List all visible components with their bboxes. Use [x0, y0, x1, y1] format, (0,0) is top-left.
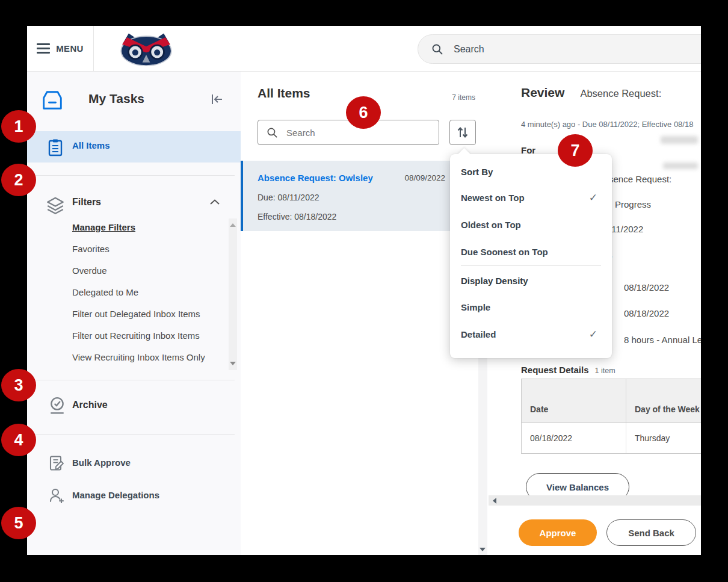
- filter-link-filter-out-recruiting[interactable]: Filter out Recruiting Inbox Items: [72, 330, 200, 341]
- menu-button[interactable]: MENU: [27, 26, 94, 71]
- callout-3: 3: [1, 369, 36, 401]
- list-panel-title: All Items: [258, 86, 310, 101]
- document-edit-icon: [48, 455, 65, 472]
- callout-2: 2: [1, 164, 36, 196]
- approve-button[interactable]: Approve: [519, 519, 597, 546]
- menu-item-oldest-on-top[interactable]: Oldest on Top: [461, 220, 521, 230]
- filters-scrollbar[interactable]: [229, 218, 237, 370]
- request-details-header: Request Details1 item: [521, 365, 615, 376]
- check-icon: ✓: [589, 328, 597, 341]
- sidebar-item-all-items[interactable]: All Items: [27, 131, 241, 163]
- callout-1: 1: [1, 110, 36, 143]
- bulk-approve-label: Bulk Approve: [72, 457, 131, 468]
- scroll-left-arrow-icon[interactable]: [493, 498, 496, 504]
- sidebar-item-label: All Items: [72, 140, 110, 150]
- manage-delegations-label: Manage Delegations: [72, 490, 159, 500]
- clipboard-list-icon: [47, 138, 64, 156]
- detail-subtitle: Absence Request:: [580, 88, 661, 99]
- column-header-date: Date: [522, 379, 626, 423]
- sidebar-item-bulk-approve[interactable]: Bulk Approve: [27, 450, 241, 477]
- detail-title: Review: [521, 85, 564, 99]
- table-header-row: Date Day of the Week: [522, 379, 701, 423]
- menu-divider: [461, 265, 601, 266]
- scroll-down-arrow-icon[interactable]: [480, 548, 486, 551]
- global-search-bar[interactable]: [418, 34, 701, 64]
- sidebar: My Tasks: [27, 72, 241, 555]
- inbox-tray-icon: [39, 89, 66, 112]
- request-details-label: Request Details: [521, 365, 589, 375]
- table-row: 08/18/2022 Thursday: [522, 423, 701, 453]
- column-header-day-of-week: Day of the Week: [626, 379, 701, 423]
- scroll-down-arrow-icon[interactable]: [230, 362, 236, 365]
- hamburger-icon: [37, 43, 50, 54]
- cell-day-of-week: Thursday: [626, 423, 701, 453]
- redacted-text: [661, 136, 698, 144]
- menu-item-newest-on-top[interactable]: Newest on Top: [461, 193, 525, 203]
- item-count: 7 items: [452, 93, 475, 102]
- sidebar-item-archive[interactable]: Archive: [27, 388, 241, 424]
- callout-4: 4: [1, 424, 36, 456]
- sidebar-item-manage-delegations[interactable]: Manage Delegations: [27, 482, 241, 510]
- sidebar-section-filters[interactable]: Filters: [27, 190, 241, 218]
- archive-label: Archive: [72, 400, 108, 410]
- inbox-item-absence-request[interactable]: Absence Request: Owlsley 08/09/2022 Due:…: [241, 161, 480, 231]
- inbox-item-due: Due: 08/11/2022: [258, 193, 319, 202]
- inbox-item-effective: Effective: 08/18/2022: [258, 212, 336, 221]
- sort-settings-dropdown: Sort By Newest on Top ✓ Oldest on Top Du…: [450, 154, 612, 358]
- filter-link-manage-filters[interactable]: Manage Filters: [72, 222, 135, 232]
- redacted-text: [663, 163, 698, 169]
- list-search-input[interactable]: [285, 127, 408, 138]
- inbox-item-title: Absence Request: Owlsley: [258, 173, 373, 183]
- global-search-input[interactable]: [452, 43, 635, 55]
- menu-item-due-soonest[interactable]: Due Soonest on Top: [461, 247, 548, 257]
- horizontal-scrollbar[interactable]: [489, 495, 701, 506]
- detail-title-row: ReviewAbsence Request:: [521, 85, 661, 100]
- sort-arrows-icon: [456, 125, 469, 140]
- check-icon: ✓: [589, 191, 597, 204]
- due-date-fragment: /11/2022: [609, 224, 643, 234]
- fau-owl-logo[interactable]: [119, 31, 174, 67]
- archive-check-icon: [49, 397, 66, 415]
- sort-settings-button[interactable]: [449, 120, 476, 145]
- divider: [27, 380, 235, 380]
- request-details-table: Date Day of the Week 08/18/2022 Thursday: [521, 379, 701, 454]
- first-day-fragment: 08/18/2022: [624, 282, 669, 293]
- menu-item-simple[interactable]: Simple: [461, 302, 490, 312]
- top-bar: MENU: [27, 26, 701, 72]
- search-icon: [431, 43, 443, 55]
- filter-link-favorites[interactable]: Favorites: [72, 244, 110, 254]
- filters-label: Filters: [72, 197, 101, 208]
- divider: [27, 434, 235, 435]
- scroll-up-arrow-icon[interactable]: [230, 223, 236, 227]
- person-plus-icon: [48, 488, 65, 504]
- divider: [27, 175, 235, 176]
- list-search-box[interactable]: [258, 120, 439, 145]
- callout-7: 7: [558, 134, 593, 167]
- collapse-panel-icon[interactable]: [209, 92, 224, 107]
- overall-status-fragment: Progress: [615, 199, 651, 209]
- sidebar-title: My Tasks: [88, 91, 144, 106]
- overall-process-fragment: sence Request:: [609, 174, 671, 184]
- sort-by-header: Sort By: [461, 167, 493, 177]
- total-fragment: 8 hours - Annual Le: [624, 335, 701, 345]
- inbox-item-date: 08/09/2022: [404, 173, 445, 182]
- detail-meta: 4 minute(s) ago - Due 08/11/2022; Effect…: [521, 120, 693, 129]
- callout-5: 5: [1, 507, 36, 539]
- display-density-header: Display Density: [461, 276, 528, 286]
- request-details-count: 1 item: [595, 367, 615, 375]
- filter-link-filter-out-delegated[interactable]: Filter out Delegated Inbox Items: [72, 309, 200, 319]
- layers-icon: [45, 195, 66, 215]
- chevron-up-icon[interactable]: [208, 197, 221, 207]
- filter-link-overdue[interactable]: Overdue: [72, 265, 107, 276]
- last-day-fragment: 08/18/2022: [624, 308, 669, 318]
- filter-link-delegated-to-me[interactable]: Delegated to Me: [72, 287, 138, 297]
- send-back-button[interactable]: Send Back: [606, 519, 696, 546]
- cell-date: 08/18/2022: [522, 423, 626, 453]
- menu-label: MENU: [56, 43, 83, 54]
- menu-item-detailed[interactable]: Detailed: [461, 329, 496, 339]
- my-tasks-header: My Tasks: [27, 85, 241, 119]
- callout-6: 6: [346, 96, 381, 129]
- search-icon: [267, 127, 278, 138]
- filter-link-view-recruiting-only[interactable]: View Recruiting Inbox Items Only: [72, 352, 205, 362]
